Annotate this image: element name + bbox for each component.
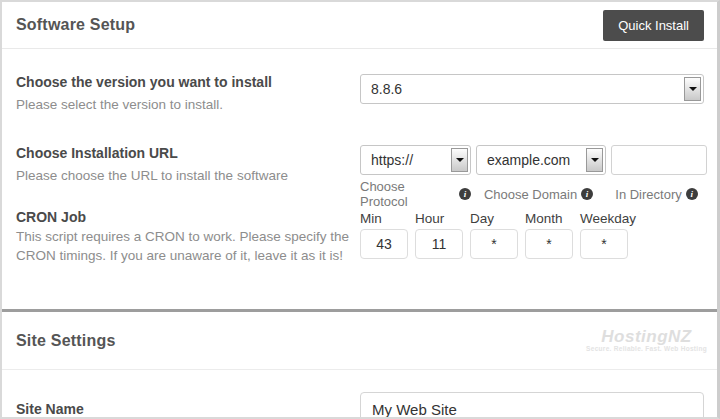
software-setup-header: Software Setup Quick Install — [2, 2, 717, 49]
cron-grid: Min Hour Day Month Weekday — [360, 211, 704, 259]
info-icon[interactable]: i — [459, 188, 471, 200]
protocol-sub-label: Choose Protocol i — [360, 179, 471, 209]
cron-label: CRON Job — [16, 209, 360, 225]
cron-hour-input[interactable] — [415, 229, 463, 259]
domain-select-value: example.com — [477, 152, 570, 168]
cron-month-label: Month — [525, 211, 573, 226]
chevron-down-icon — [451, 148, 468, 172]
site-settings-header: Site Settings HostingNZ Secure. Reliable… — [2, 312, 717, 370]
url-field-block: https:// example.com Choose Protocol i — [360, 145, 707, 209]
version-select[interactable]: 8.8.6 — [360, 74, 704, 104]
version-label-block: Choose the version you want to install P… — [16, 74, 360, 114]
url-label-block: Choose Installation URL Please choose th… — [16, 145, 360, 209]
cron-field-block: Min Hour Day Month Weekday — [360, 209, 704, 265]
quick-install-button[interactable]: Quick Install — [603, 10, 704, 41]
cron-label-block: CRON Job This script requires a CRON to … — [16, 209, 360, 265]
protocol-select[interactable]: https:// — [360, 145, 471, 175]
cron-hour-label: Hour — [415, 211, 463, 226]
software-setup-title: Software Setup — [16, 16, 135, 34]
version-label: Choose the version you want to install — [16, 74, 360, 90]
cron-help: This script requires a CRON to work. Ple… — [16, 227, 360, 265]
hostingnz-logo-text: HostingNZ — [586, 329, 707, 345]
info-icon[interactable]: i — [581, 188, 593, 200]
cron-day-col: Day — [470, 211, 518, 259]
url-label: Choose Installation URL — [16, 145, 360, 161]
cron-row: CRON Job This script requires a CRON to … — [2, 209, 717, 265]
directory-sub-label-text: In Directory — [615, 187, 681, 202]
cron-min-col: Min — [360, 211, 408, 259]
url-sub-labels: Choose Protocol i Choose Domain i In Dir… — [360, 179, 707, 209]
install-url-row: Choose Installation URL Please choose th… — [2, 145, 717, 209]
domain-sub-label: Choose Domain i — [471, 179, 606, 209]
cron-month-col: Month — [525, 211, 573, 259]
protocol-select-value: https:// — [361, 152, 413, 168]
site-name-row: Site Name — [2, 392, 717, 419]
version-select-value: 8.8.6 — [361, 81, 402, 97]
cron-min-label: Min — [360, 211, 408, 226]
protocol-sub-label-text: Choose Protocol — [360, 179, 455, 209]
cron-weekday-label: Weekday — [580, 211, 642, 226]
hostingnz-logo-tagline: Secure. Reliable. Fast. Web Hosting — [586, 345, 707, 352]
site-name-input[interactable] — [360, 392, 704, 419]
chevron-down-icon — [586, 148, 603, 172]
version-field-block: 8.8.6 — [360, 74, 704, 114]
hostingnz-logo: HostingNZ Secure. Reliable. Fast. Web Ho… — [586, 329, 707, 352]
cron-month-input[interactable] — [525, 229, 573, 259]
directory-sub-label: In Directory i — [606, 179, 707, 209]
version-row: Choose the version you want to install P… — [2, 74, 717, 114]
version-help: Please select the version to install. — [16, 95, 360, 114]
domain-select[interactable]: example.com — [476, 145, 606, 175]
cron-weekday-col: Weekday — [580, 211, 642, 259]
cron-day-label: Day — [470, 211, 518, 226]
site-settings-title: Site Settings — [16, 332, 116, 350]
url-help: Please choose the URL to install the sof… — [16, 166, 360, 185]
cron-day-input[interactable] — [470, 229, 518, 259]
cron-weekday-input[interactable] — [580, 229, 628, 259]
url-fields: https:// example.com — [360, 145, 707, 175]
cron-hour-col: Hour — [415, 211, 463, 259]
chevron-down-icon — [684, 77, 701, 101]
site-name-label: Site Name — [16, 401, 360, 417]
info-icon[interactable]: i — [686, 188, 698, 200]
directory-input[interactable] — [611, 145, 707, 175]
cron-min-input[interactable] — [360, 229, 408, 259]
domain-sub-label-text: Choose Domain — [484, 187, 577, 202]
installer-page: Software Setup Quick Install Choose the … — [0, 0, 720, 419]
